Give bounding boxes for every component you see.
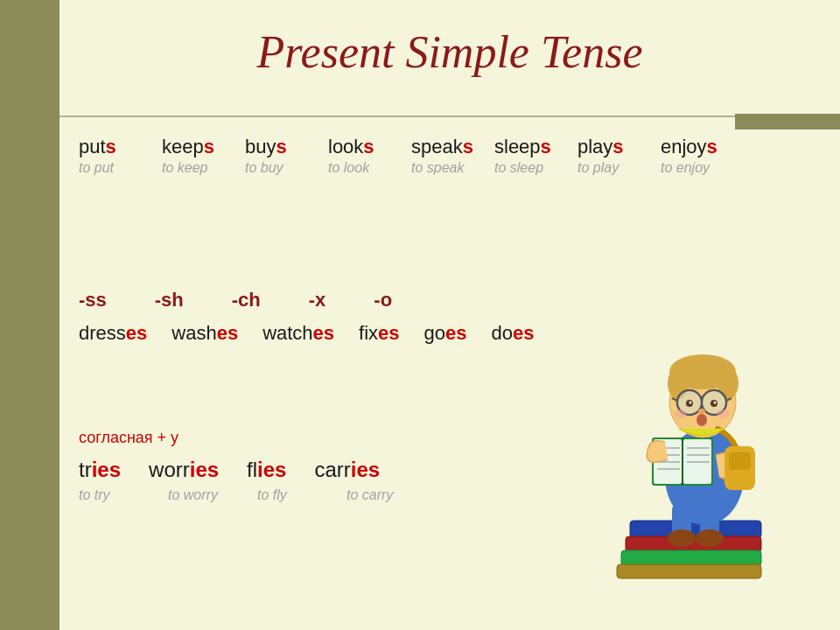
svg-rect-2: [621, 550, 761, 566]
word-col-play: playsto play: [578, 136, 661, 176]
suffix-word-wash: washes: [172, 322, 238, 345]
ies-sub-tr: to try: [79, 487, 140, 503]
main-word-play: plays: [578, 136, 624, 158]
svg-point-39: [717, 410, 729, 418]
ies-sub-worr: to worry: [168, 487, 229, 503]
section-suffix-rules: -ss-sh-ch-x-o dresseswasheswatchesfixesg…: [79, 289, 535, 345]
suffix-word-do: does: [492, 322, 535, 345]
character-illustration: [569, 254, 814, 595]
main-words-row: putsto putkeepsto keepbuysto buylooksto …: [79, 136, 822, 176]
main-word-keep: keeps: [162, 136, 214, 158]
svg-point-38: [675, 410, 687, 418]
sub-word-look: to look: [328, 160, 369, 176]
ies-sub-row: to tryto worryto flyto carry: [79, 487, 408, 503]
word-col-put: putsto put: [79, 136, 162, 176]
suffix-label-sh: -sh: [155, 289, 184, 312]
ies-sub-carr: to carry: [346, 487, 408, 503]
sub-word-speak: to speak: [411, 160, 464, 176]
suffix-label-o: -o: [374, 289, 392, 312]
svg-point-36: [698, 409, 705, 414]
main-word-sleep: sleeps: [494, 136, 551, 158]
suffix-label-ss: -ss: [79, 289, 107, 312]
word-col-speak: speaksto speak: [411, 136, 494, 176]
svg-point-37: [696, 414, 707, 426]
svg-point-35: [714, 402, 717, 404]
suffix-word-watch: watches: [262, 322, 334, 345]
suffix-label-ch: -ch: [232, 289, 261, 312]
ies-word-carr: carries: [314, 458, 380, 482]
suffix-words-row: dresseswasheswatchesfixesgoesdoes: [79, 322, 535, 345]
sub-word-enjoy: to enjoy: [661, 160, 710, 176]
ies-word-fl: flies: [247, 458, 286, 482]
ies-word-worr: worries: [149, 458, 219, 482]
left-sidebar: [0, 0, 60, 630]
sub-word-keep: to keep: [162, 160, 207, 176]
suffix-word-dress: dresses: [79, 322, 147, 345]
top-divider: [60, 116, 735, 117]
ies-word-tr: tries: [79, 458, 121, 482]
svg-point-7: [668, 529, 696, 547]
word-col-buy: buysto buy: [245, 136, 328, 176]
main-word-enjoy: enjoys: [661, 136, 718, 158]
word-col-sleep: sleepsto sleep: [494, 136, 578, 176]
svg-rect-3: [617, 564, 761, 578]
rule-text: согласная + у: [79, 429, 408, 447]
word-col-enjoy: enjoysto enjoy: [661, 136, 744, 176]
svg-point-8: [696, 529, 724, 547]
page-title: Present Simple Tense: [60, 26, 840, 78]
sub-word-buy: to buy: [245, 160, 284, 176]
svg-rect-41: [729, 452, 751, 470]
main-word-speak: speaks: [411, 136, 473, 158]
section-basic-verbs: putsto putkeepsto keepbuysto buylooksto …: [79, 136, 822, 176]
sub-word-play: to play: [578, 160, 619, 176]
sub-word-sleep: to sleep: [494, 160, 543, 176]
ies-words-row: triesworriesfliescarries: [79, 458, 408, 482]
main-word-buy: buys: [245, 136, 287, 158]
svg-point-34: [690, 402, 692, 404]
main-word-look: looks: [328, 136, 374, 158]
word-col-keep: keepsto keep: [162, 136, 245, 176]
ies-sub-fl: to fly: [257, 487, 318, 503]
suffix-word-go: goes: [424, 322, 467, 345]
section-consonant-y: согласная + у triesworriesfliescarries t…: [79, 429, 408, 503]
word-col-look: looksto look: [328, 136, 411, 176]
right-accent-bar: [735, 114, 840, 130]
sub-word-put: to put: [79, 160, 114, 176]
suffix-labels-row: -ss-sh-ch-x-o: [79, 289, 535, 312]
suffix-label-x: -x: [309, 289, 326, 312]
main-word-put: puts: [79, 136, 116, 158]
suffix-word-fix: fixes: [359, 322, 399, 345]
